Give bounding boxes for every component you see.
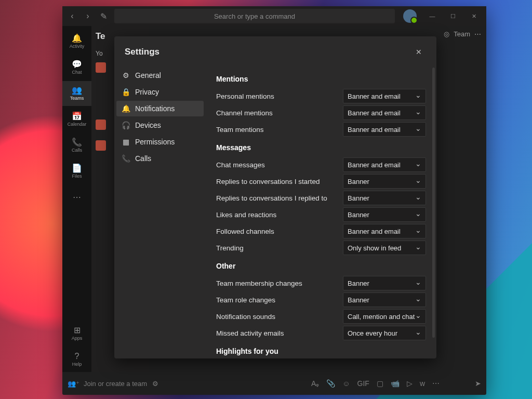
modal-title: Settings xyxy=(125,47,159,57)
compose-toolbar: Aᵩ 📎 ☺ GIF ▢ 📹 ▷ w ⋯ ➤ xyxy=(311,379,481,388)
chat-icon: 💬 xyxy=(72,60,82,69)
setting-label: Likes and reactions xyxy=(216,211,343,219)
more-icon: ⋯ xyxy=(73,193,81,202)
setting-row: Likes and reactionsBanner xyxy=(216,207,426,222)
setting-label: Replies to conversations I replied to xyxy=(216,194,343,202)
setting-dropdown[interactable]: Only show in feed xyxy=(343,241,426,255)
settings-tablist: ⚙General 🔒Privacy 🔔Notifications 🎧Device… xyxy=(114,64,208,358)
setting-row: Chat messagesBanner and email xyxy=(216,157,426,172)
scrollbar[interactable] xyxy=(432,68,435,338)
teams-icon: 👥 xyxy=(72,86,82,95)
team-tile[interactable] xyxy=(96,119,106,130)
settings-modal: Settings ✕ ⚙General 🔒Privacy 🔔Notificati… xyxy=(114,36,436,358)
rail-files[interactable]: 📄Files xyxy=(62,159,91,184)
modal-header: Settings ✕ xyxy=(114,36,436,64)
rail-help[interactable]: ?Help xyxy=(62,347,91,372)
format-icon[interactable]: Aᵩ xyxy=(311,379,319,388)
modal-close-button[interactable]: ✕ xyxy=(411,45,426,59)
tab-permissions[interactable]: ▦Permissions xyxy=(116,134,204,150)
tab-general[interactable]: ⚙General xyxy=(116,68,204,83)
bell-icon: 🔔 xyxy=(122,104,130,113)
setting-dropdown[interactable]: Banner and email xyxy=(343,157,426,172)
setting-dropdown[interactable]: Banner xyxy=(343,276,426,290)
meet-icon[interactable]: 📹 xyxy=(391,379,400,388)
window-maximize-button[interactable]: ☐ xyxy=(443,6,463,26)
setting-label: Replies to conversations I started xyxy=(216,178,343,185)
tab-devices[interactable]: 🎧Devices xyxy=(116,117,204,133)
calendar-icon: 📅 xyxy=(72,112,82,121)
app-rail: 🔔Activity 💬Chat 👥Teams 📅Calendar 📞Calls … xyxy=(62,26,91,372)
setting-dropdown[interactable]: Banner xyxy=(343,191,426,205)
setting-dropdown[interactable]: Banner and email xyxy=(343,122,426,137)
rail-calendar[interactable]: 📅Calendar xyxy=(62,107,91,132)
help-icon: ? xyxy=(75,352,79,361)
user-avatar[interactable] xyxy=(403,9,417,23)
emoji-icon[interactable]: ☺ xyxy=(342,379,350,388)
section-title: Mentions xyxy=(216,75,426,83)
permissions-icon: ▦ xyxy=(122,138,130,146)
footer-bar: 👥⁺ Join or create a team ⚙ Aᵩ 📎 ☺ GIF ▢ … xyxy=(62,372,486,395)
setting-dropdown[interactable]: Banner and email xyxy=(343,224,426,238)
stream-icon[interactable]: ▷ xyxy=(407,379,413,388)
setting-dropdown[interactable]: Banner xyxy=(343,292,426,307)
setting-dropdown[interactable]: Once every hour xyxy=(343,326,426,340)
window-minimize-button[interactable]: — xyxy=(422,6,443,26)
setting-row: Team mentionsBanner and email xyxy=(216,122,426,137)
setting-row: Replies to conversations I replied toBan… xyxy=(216,190,426,206)
setting-dropdown[interactable]: Banner xyxy=(343,174,426,189)
header-more-button[interactable]: ⋯ xyxy=(474,30,481,38)
compose-more-icon[interactable]: ⋯ xyxy=(432,379,440,388)
window-close-button[interactable]: ✕ xyxy=(463,6,484,26)
headset-icon: 🎧 xyxy=(122,121,130,129)
rail-calls[interactable]: 📞Calls xyxy=(62,133,91,158)
setting-row: Missed activity emailsOnce every hour xyxy=(216,325,426,341)
tab-calls[interactable]: 📞Calls xyxy=(116,151,204,166)
search-input[interactable]: Search or type a command xyxy=(114,9,395,23)
gif-icon[interactable]: GIF xyxy=(357,379,369,388)
setting-label: Trending xyxy=(216,244,343,252)
setting-label: Notification sounds xyxy=(216,313,343,321)
setting-dropdown[interactable]: Banner and email xyxy=(343,89,426,103)
tab-privacy[interactable]: 🔒Privacy xyxy=(116,84,204,100)
wiki-icon[interactable]: w xyxy=(420,379,425,388)
setting-label: Team membership changes xyxy=(216,280,343,287)
send-icon[interactable]: ➤ xyxy=(475,379,481,388)
team-tile[interactable] xyxy=(96,140,106,151)
setting-label: Channel mentions xyxy=(216,109,343,117)
rail-chat[interactable]: 💬Chat xyxy=(62,55,91,80)
nav-forward-button[interactable]: › xyxy=(80,8,96,24)
rail-activity[interactable]: 🔔Activity xyxy=(62,29,91,54)
setting-row: Replies to conversations I startedBanner xyxy=(216,174,426,189)
titlebar: ‹ › ✎ Search or type a command — ☐ ✕ xyxy=(62,6,486,26)
setting-dropdown[interactable]: Banner and email xyxy=(343,105,426,120)
team-tile[interactable] xyxy=(96,62,106,73)
rail-teams[interactable]: 👥Teams xyxy=(62,81,91,106)
nav-back-button[interactable]: ‹ xyxy=(64,8,80,24)
rail-more[interactable]: ⋯ xyxy=(62,185,91,210)
setting-label: Followed channels xyxy=(216,228,343,235)
phone-icon: 📞 xyxy=(72,138,82,147)
compose-button[interactable]: ✎ xyxy=(96,8,111,24)
setting-dropdown[interactable]: Call, mention and chat xyxy=(343,309,426,324)
sticker-icon[interactable]: ▢ xyxy=(377,379,383,388)
settings-content: MentionsPersonal mentionsBanner and emai… xyxy=(208,64,436,358)
manage-teams-button[interactable]: ⚙ xyxy=(152,380,158,388)
attach-icon[interactable]: 📎 xyxy=(326,379,335,388)
setting-row: Team membership changesBanner xyxy=(216,275,426,291)
setting-label: Team role changes xyxy=(216,296,343,304)
setting-row: Followed channelsBanner and email xyxy=(216,223,426,239)
setting-dropdown[interactable]: Banner xyxy=(343,207,426,222)
setting-label: Personal mentions xyxy=(216,92,343,100)
setting-row: Team role changesBanner xyxy=(216,292,426,308)
rail-apps[interactable]: ⊞Apps xyxy=(62,321,91,346)
section-title: Other xyxy=(216,262,426,270)
tab-notifications[interactable]: 🔔Notifications xyxy=(116,101,204,116)
setting-row: Notification soundsCall, mention and cha… xyxy=(216,309,426,324)
join-team-button[interactable]: 👥⁺ Join or create a team xyxy=(68,380,147,388)
setting-row: Personal mentionsBanner and email xyxy=(216,88,426,104)
gear-icon: ⚙ xyxy=(122,71,130,79)
setting-label: Missed activity emails xyxy=(216,329,343,337)
section-title: Highlights for you xyxy=(216,347,426,355)
setting-label: Team mentions xyxy=(216,126,343,134)
section-title: Messages xyxy=(216,143,426,152)
